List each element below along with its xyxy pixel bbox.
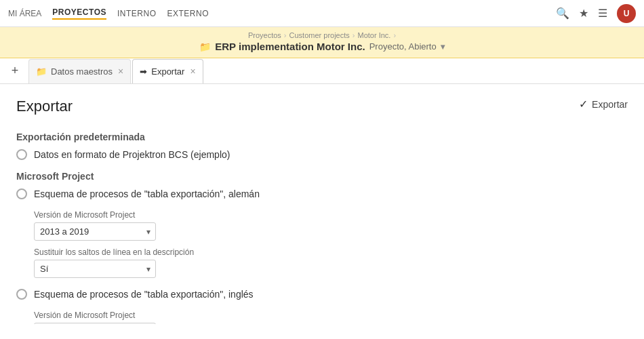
search-icon[interactable]: 🔍 <box>556 7 569 20</box>
breadcrumb-banner: Proyectos › Customer projects › Motor In… <box>0 27 644 58</box>
tab-datos-maestros[interactable]: 📁 Datos maestros × <box>28 59 131 83</box>
nav-proyectos[interactable]: PROYECTOS <box>52 7 106 20</box>
ms-project-section: Microsoft Project Esquema de procesos de… <box>16 171 628 324</box>
nav-interno[interactable]: INTERNO <box>117 9 157 18</box>
radio-bcs[interactable] <box>16 149 27 160</box>
ms-project-option1[interactable]: Esquema de procesos de "tabla exportació… <box>16 188 628 199</box>
main-content: Exportar ✓ Exportar Exportación predeter… <box>0 84 644 324</box>
check-icon: ✓ <box>579 98 588 111</box>
default-export-section: Exportación predeterminada Datos en form… <box>16 132 628 160</box>
menu-icon[interactable]: ☰ <box>598 7 607 20</box>
tab-datos-maestros-close[interactable]: × <box>118 66 123 77</box>
ms-project-option2-settings: Versión de Microsoft Project 2013 a 2019… <box>34 311 628 324</box>
nav-right-actions: 🔍 ★ ☰ U <box>556 4 636 23</box>
tab-exportar[interactable]: ➡ Exportar × <box>132 59 203 83</box>
version-dropdown-2[interactable]: 2013 a 2019 2010 a 2013 2007 y anteriore… <box>34 323 156 324</box>
avatar[interactable]: U <box>617 4 636 23</box>
ms-project-option2-label: Esquema de procesos de "tabla exportació… <box>34 289 254 300</box>
breadcrumb-trail: Proyectos › Customer projects › Motor In… <box>248 31 396 39</box>
default-export-option1-label: Datos en formato de Projektron BCS (ejem… <box>34 149 230 160</box>
version-dropdown-1[interactable]: 2013 a 2019 2010 a 2013 2007 y anteriore… <box>34 222 156 241</box>
project-title[interactable]: ERP implementation Motor Inc. <box>215 41 365 52</box>
version-dropdown-2-wrap: 2013 a 2019 2010 a 2013 2007 y anteriore… <box>34 323 156 324</box>
breadcrumb-customer-projects[interactable]: Customer projects <box>289 31 350 39</box>
sep2: › <box>353 31 355 39</box>
tab-export-icon: ➡ <box>140 66 147 77</box>
project-meta: Proyecto, Abierto <box>369 41 437 52</box>
ms-project-option1-label: Esquema de procesos de "tabla exportació… <box>34 188 260 199</box>
ms-project-heading: Microsoft Project <box>16 171 628 182</box>
breadcrumb-motor[interactable]: Motor Inc. <box>357 31 390 39</box>
nav-externo[interactable]: EXTERNO <box>167 9 209 18</box>
newline-dropdown-1[interactable]: Sí No <box>34 260 156 278</box>
page-title: Exportar <box>16 98 628 115</box>
chevron-down-icon[interactable]: ▾ <box>441 42 445 52</box>
sep1: › <box>284 31 287 39</box>
breadcrumb-root[interactable]: Proyectos <box>248 31 281 39</box>
tabs-bar: + 📁 Datos maestros × ➡ Exportar × <box>0 58 644 84</box>
nav-mi-area[interactable]: MI ÁREA <box>8 9 41 18</box>
folder-icon: 📁 <box>199 41 211 52</box>
star-icon[interactable]: ★ <box>579 7 588 20</box>
radio-aleman[interactable] <box>16 188 27 199</box>
default-export-heading: Exportación predeterminada <box>16 132 628 142</box>
ms-project-option1-settings: Versión de Microsoft Project 2013 a 2019… <box>34 210 628 278</box>
add-tab-button[interactable]: + <box>5 62 24 81</box>
top-navigation: MI ÁREA PROYECTOS INTERNO EXTERNO 🔍 ★ ☰ … <box>0 0 644 27</box>
tab-exportar-close[interactable]: × <box>190 66 195 77</box>
version-dropdown-1-wrap: 2013 a 2019 2010 a 2013 2007 y anteriore… <box>34 222 156 241</box>
breadcrumb-main: 📁 ERP implementation Motor Inc. Proyecto… <box>199 41 444 52</box>
export-button[interactable]: ✓ Exportar <box>579 98 628 111</box>
radio-ingles[interactable] <box>16 289 27 300</box>
tab-folder-icon: 📁 <box>36 66 47 77</box>
ms-project-option2[interactable]: Esquema de procesos de "tabla exportació… <box>16 289 628 300</box>
export-button-label: Exportar <box>592 99 628 110</box>
tab-exportar-label: Exportar <box>151 66 184 77</box>
default-export-option1[interactable]: Datos en formato de Projektron BCS (ejem… <box>16 149 628 160</box>
tab-datos-maestros-label: Datos maestros <box>51 66 113 77</box>
sep3: › <box>393 31 396 39</box>
version-label-1: Versión de Microsoft Project <box>34 210 628 220</box>
newline-dropdown-1-wrap: Sí No ▾ <box>34 260 156 278</box>
newline-label-1: Sustituir los saltos de línea en la desc… <box>34 247 628 257</box>
version-label-2: Versión de Microsoft Project <box>34 311 628 320</box>
